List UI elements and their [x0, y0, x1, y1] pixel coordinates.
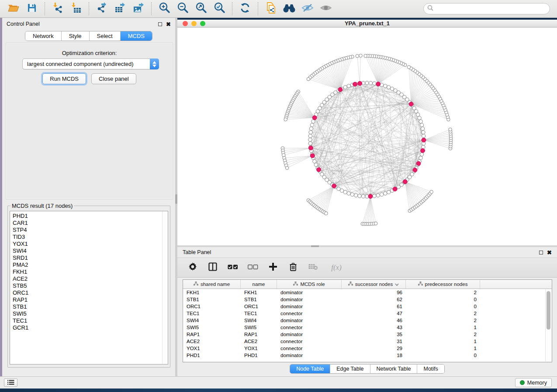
table-cell[interactable]: ACE2 — [183, 339, 241, 344]
table-cell[interactable]: 35 — [342, 332, 406, 337]
export-network-button[interactable] — [94, 2, 109, 16]
tab-style[interactable]: Style — [62, 31, 90, 41]
table-cell[interactable]: TEC1 — [183, 311, 241, 316]
table-cell[interactable]: STB1 — [241, 297, 277, 302]
mcds-list-scrollbar[interactable] — [162, 211, 168, 364]
tab-network-table[interactable]: Network Table — [370, 364, 418, 373]
table-cell[interactable]: 1 — [406, 339, 480, 344]
memory-button[interactable]: Memory — [515, 378, 552, 387]
binoculars-button[interactable] — [282, 2, 297, 16]
table-row[interactable]: RAP1RAP1dominator352 — [183, 331, 552, 338]
table-cell[interactable]: connector — [277, 339, 342, 344]
table-cell[interactable]: dominator — [277, 353, 342, 358]
mcds-result-item[interactable]: SRD1 — [13, 254, 168, 261]
mcds-result-item[interactable]: TID3 — [13, 234, 168, 241]
table-cell[interactable]: RAP1 — [241, 332, 277, 337]
zoom-in-button[interactable] — [157, 2, 172, 16]
column-header-shared-name[interactable]: shared name — [183, 280, 241, 289]
table-cell[interactable]: TEC1 — [241, 311, 277, 316]
table-cell[interactable]: dominator — [277, 318, 342, 323]
table-cell[interactable]: ORC1 — [241, 304, 277, 309]
zoom-fit-button[interactable] — [194, 2, 208, 16]
table-cell[interactable]: 62 — [342, 297, 406, 302]
table-cell[interactable]: dominator — [277, 304, 342, 309]
tab-select[interactable]: Select — [90, 31, 121, 41]
table-row[interactable]: SWI5SWI5connector431 — [183, 324, 552, 331]
table-cell[interactable]: 43 — [342, 325, 406, 330]
tab-edge-table[interactable]: Edge Table — [330, 364, 370, 373]
table-cell[interactable]: SWI4 — [241, 318, 277, 323]
refresh-button[interactable] — [238, 2, 253, 16]
tab-node-table[interactable]: Node Table — [290, 364, 330, 373]
mcds-result-item[interactable]: SWI5 — [13, 310, 168, 317]
mcds-result-item[interactable]: STB5 — [13, 282, 168, 289]
close-panel-icon[interactable]: ✖ — [166, 22, 171, 26]
tab-network[interactable]: Network — [25, 31, 62, 41]
column-header-mcds-role[interactable]: MCDS role — [277, 280, 342, 289]
table-cell[interactable]: FKH1 — [241, 290, 277, 295]
table-cell[interactable]: SWI4 — [183, 318, 241, 323]
mcds-result-item[interactable]: PHD1 — [13, 213, 168, 220]
table-cell[interactable]: 2 — [406, 318, 480, 323]
table-cell[interactable]: SWI5 — [241, 325, 277, 330]
table-row[interactable]: TEC1TEC1connector472 — [183, 310, 552, 317]
import-network-button[interactable] — [50, 2, 65, 16]
mcds-result-item[interactable]: GCR1 — [13, 324, 168, 331]
mcds-result-item[interactable]: YOX1 — [13, 241, 168, 248]
mcds-result-item[interactable]: RAP1 — [13, 296, 168, 303]
table-cell[interactable]: YOX1 — [241, 346, 277, 351]
mcds-result-item[interactable]: FKH1 — [13, 268, 168, 275]
table-settings-button[interactable] — [187, 262, 198, 273]
table-cell[interactable]: connector — [277, 346, 342, 351]
mcds-result-item[interactable]: CAR1 — [13, 220, 168, 227]
search-input[interactable] — [436, 6, 546, 12]
network-canvas[interactable] — [177, 28, 557, 245]
table-row[interactable]: PHD1PHD1dominator180 — [183, 352, 552, 359]
table-cell[interactable]: dominator — [277, 290, 342, 295]
scrollbar-thumb[interactable] — [547, 291, 550, 330]
table-cell[interactable]: 1 — [406, 325, 480, 330]
table-cell[interactable]: ACE2 — [241, 339, 277, 344]
zoom-selected-button[interactable] — [212, 2, 227, 16]
table-row[interactable]: YOX1YOX1connector291 — [183, 345, 552, 352]
hide-all-columns-button[interactable] — [247, 262, 259, 273]
table-cell[interactable]: 31 — [342, 339, 406, 344]
mcds-result-item[interactable]: ACE2 — [13, 275, 168, 282]
table-cell[interactable]: 2 — [406, 290, 480, 295]
create-column-button[interactable] — [267, 262, 279, 273]
table-cell[interactable]: 0 — [406, 304, 480, 309]
table-cell[interactable]: 46 — [342, 318, 406, 323]
table-row[interactable]: STB1STB1dominator620 — [183, 296, 552, 303]
criterion-dropdown[interactable]: largest connected component (undirected) — [22, 58, 159, 69]
table-cell[interactable]: 1 — [406, 346, 480, 351]
table-cell[interactable]: dominator — [277, 297, 342, 302]
task-history-button[interactable] — [4, 378, 17, 387]
table-cell[interactable]: 96 — [342, 290, 406, 295]
tab-mcds[interactable]: MCDS — [121, 31, 152, 41]
import-table-button[interactable] — [69, 2, 83, 16]
table-row[interactable]: SWI4SWI4dominator462 — [183, 317, 552, 324]
table-cell[interactable]: PHD1 — [183, 353, 241, 358]
mcds-result-item[interactable]: TEC1 — [13, 317, 168, 324]
table-scrollbar[interactable] — [545, 289, 551, 361]
table-cell[interactable]: FKH1 — [183, 290, 241, 295]
table-cell[interactable]: 2 — [406, 332, 480, 337]
export-table-button[interactable] — [113, 2, 128, 16]
mcds-result-item[interactable]: ORC1 — [13, 289, 168, 296]
close-panel-icon[interactable]: ✖ — [547, 251, 552, 254]
column-header-name[interactable]: name — [241, 280, 277, 289]
table-cell[interactable]: RAP1 — [183, 332, 241, 337]
table-cell[interactable]: STB1 — [183, 297, 241, 302]
table-cell[interactable]: 18 — [342, 353, 406, 358]
delete-column-button[interactable] — [287, 262, 299, 273]
table-cell[interactable]: dominator — [277, 332, 342, 337]
run-mcds-button[interactable]: Run MCDS — [42, 73, 86, 84]
search-box[interactable] — [423, 3, 550, 14]
hide-selected-button[interactable] — [300, 2, 315, 16]
table-cell[interactable]: 61 — [342, 304, 406, 309]
clone-network-button[interactable] — [263, 2, 278, 16]
table-cell[interactable]: ORC1 — [183, 304, 241, 309]
open-file-button[interactable] — [6, 2, 21, 16]
column-panel-button[interactable] — [207, 262, 218, 273]
zoom-out-button[interactable] — [175, 2, 190, 16]
